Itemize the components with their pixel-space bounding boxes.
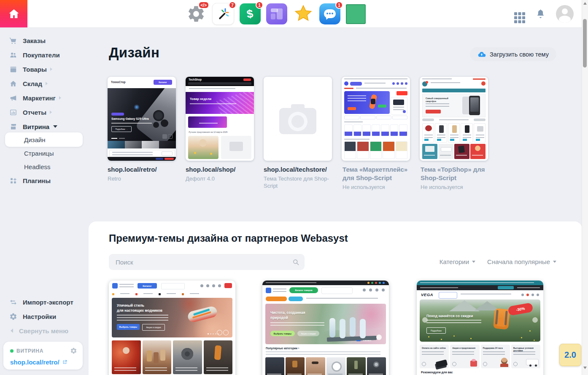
deco	[458, 146, 465, 153]
app-icon-custom[interactable]	[346, 4, 366, 24]
app-icon-shop[interactable]: $ 1	[240, 3, 261, 24]
star-icon	[293, 3, 314, 25]
premium-theme-card-vega[interactable]: VEGA -30% Поход начнётся со скидки Подро…	[417, 281, 543, 375]
theme-card-default[interactable]: TechShop Товар недели Лучшие предложения…	[186, 77, 254, 161]
deco	[352, 304, 386, 329]
deco	[513, 351, 535, 355]
site-glyph-block	[277, 8, 283, 19]
thumb-catalog-button: Каталог товаров	[289, 287, 318, 293]
deco	[117, 315, 168, 321]
apps-grid-icon[interactable]	[514, 12, 517, 15]
app-icon-helpdesk[interactable]: 1	[319, 3, 340, 24]
feature-card: Выгодные условия доставки	[511, 345, 540, 368]
photo-tile	[173, 340, 202, 374]
feature-title: Акции и предложения	[452, 347, 477, 349]
theme-card-marketplace[interactable]	[342, 77, 410, 161]
sidebar-subitem-pages[interactable]: Страницы	[24, 150, 54, 157]
theme-card-topshop[interactable]: Самый совершенный смартфон	[420, 77, 488, 161]
premium-theme-card-nature[interactable]: Каталог товаров Чистота, созданная приро…	[262, 281, 389, 375]
thumb-catalog-button	[439, 292, 457, 299]
chevron-down-icon	[553, 261, 556, 263]
sidebar-item-orders[interactable]: Заказы	[0, 33, 89, 48]
feature-title: Оплата на сайте online	[422, 347, 447, 349]
sidebar-item-plugins[interactable]: Плагины	[0, 173, 89, 188]
thumb-hero: -30% Поход начнётся со скидки Подробнее	[420, 299, 540, 342]
theme-title-link[interactable]: shop.local/techstore/	[264, 165, 333, 174]
app-icon-pocket[interactable]: 7	[212, 3, 234, 25]
theme-card-techstore[interactable]	[264, 77, 332, 161]
storefront-link[interactable]: shop.local/retro/	[10, 359, 67, 366]
chevron-right-icon	[46, 82, 48, 85]
thumb-logo: ТехноСтор	[111, 81, 125, 84]
app-window: </> 7 $ 1	[0, 0, 588, 375]
search-input[interactable]	[109, 254, 305, 270]
chat-tail	[325, 16, 329, 20]
theme-caption: Тема «TopShop» для Shop-Script Не исполь…	[421, 165, 489, 191]
deco	[425, 125, 432, 131]
side-product	[391, 97, 407, 115]
deco	[190, 103, 236, 104]
sidebar-item-stock[interactable]: Склад	[0, 76, 89, 91]
deco	[441, 147, 452, 151]
sidebar-item-settings[interactable]: Настройки	[0, 309, 89, 324]
sidebar-item-customers[interactable]: Покупатели	[0, 48, 89, 62]
app-icon-installer[interactable]: </>	[186, 3, 207, 24]
app-icon-site[interactable]	[266, 3, 287, 24]
scroll-up-icon[interactable]	[583, 2, 587, 5]
sidebar-item-storefront[interactable]: Витрина	[0, 119, 89, 134]
top-header: </> 7 $ 1	[0, 0, 588, 27]
deco	[456, 155, 467, 157]
thumb-hero: Самый совершенный смартфон	[422, 94, 486, 117]
deco	[465, 125, 469, 133]
deco	[123, 347, 129, 354]
categories-filter[interactable]: Категории	[440, 258, 475, 265]
chart-icon	[9, 108, 17, 116]
home-button[interactable]	[0, 0, 27, 27]
phone-image	[469, 96, 480, 115]
scroll-down-icon[interactable]	[583, 367, 587, 369]
header-actions	[514, 0, 574, 27]
thumb-hero-title: Самый совершенный смартфон	[426, 97, 459, 103]
deco	[357, 141, 369, 159]
cloud-upload-icon	[477, 50, 486, 59]
storefront-settings-gear-icon[interactable]	[70, 347, 77, 354]
theme-caption: shop.local/shop/ Дефолт 4.0	[186, 165, 255, 182]
carousel-arrow	[376, 335, 382, 340]
sort-filter[interactable]: Сначала популярные	[487, 258, 556, 265]
theme-title-link[interactable]: shop.local/shop/	[186, 165, 255, 174]
sidebar-item-marketing[interactable]: Маркетинг	[0, 91, 89, 105]
thumb-hero: Уличный стиль для настоящих модников Выб…	[112, 298, 232, 337]
transfer-icon	[9, 298, 17, 306]
sidebar-item-collapse-menu[interactable]: Свернуть меню	[0, 324, 89, 338]
theme-title: Тема «Маркетплейс» для Shop-Script	[343, 165, 409, 182]
storefront-card: ВИТРИНА shop.local/retro/	[3, 342, 83, 370]
sidebar-item-reports[interactable]: Отчеты	[0, 105, 89, 119]
premium-theme-card-street[interactable]: Каталог Уличный стиль для настоящих модн…	[109, 281, 235, 375]
deco	[496, 318, 506, 327]
scrollbar-thumb[interactable]	[583, 19, 587, 67]
deco	[475, 146, 480, 151]
scrollbar[interactable]	[582, 0, 588, 375]
user-avatar[interactable]	[556, 5, 574, 23]
deco	[266, 351, 380, 355]
deco	[481, 81, 486, 86]
deco	[431, 82, 460, 84]
sidebar-subitem-design-active[interactable]: Дизайн	[5, 132, 83, 147]
theme-title-link[interactable]: shop.local/retro/	[108, 165, 177, 174]
photo-tile	[265, 357, 284, 375]
sort-filter-label: Сначала популярные	[487, 258, 550, 265]
sidebar-item-products[interactable]: Товары	[0, 62, 89, 76]
bell-icon[interactable]	[535, 8, 546, 19]
deco	[426, 320, 481, 324]
theme-card-retro[interactable]: ТехноСтор Каталог Samsung Galaxy S25 Ult…	[108, 77, 176, 161]
avatar-body	[559, 16, 571, 23]
deco	[159, 293, 161, 295]
product-tile	[422, 123, 434, 143]
photo-tile	[367, 357, 386, 375]
deco	[424, 135, 433, 138]
deco	[426, 81, 428, 84]
sidebar-subitem-headless[interactable]: Headless	[24, 163, 51, 170]
upload-theme-button[interactable]: Загрузить свою тему	[470, 47, 556, 61]
app-icon-crm[interactable]	[293, 3, 314, 24]
sidebar-item-import-export[interactable]: Импорт-экспорт	[0, 295, 89, 309]
